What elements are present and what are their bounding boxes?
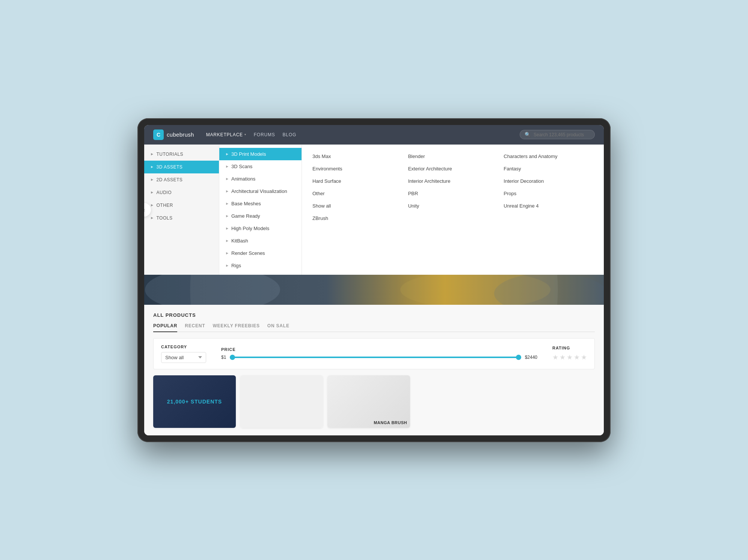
category-filter-group: CATEGORY Show all 3D Assets 2D Assets Au…	[161, 345, 206, 363]
right-item-show-all[interactable]: Show all	[309, 200, 405, 211]
product-card-3-image: MANGA BRUSH	[327, 375, 410, 428]
right-item-unreal[interactable]: Unreal Engine 4	[501, 200, 596, 211]
logo-text: cubebrush	[167, 131, 194, 138]
device-frame: C cubebrush MARKETPLACE ▾ FORUMS BLOG 🔍 …	[137, 118, 611, 442]
marketplace-arrow-icon: ▾	[244, 133, 246, 136]
star-3[interactable]: ★	[567, 353, 573, 361]
product-card-1-image: 21,000+ STUDENTS	[153, 375, 236, 428]
3d-print-dot-icon: ▶	[226, 152, 228, 156]
star-4[interactable]: ★	[574, 353, 580, 361]
tutorials-arrow-icon: ▶	[151, 152, 154, 156]
right-item-interior-arch[interactable]: Interior Architecture	[405, 176, 501, 187]
nav-blog[interactable]: BLOG	[283, 131, 297, 139]
price-min-label: $1	[221, 355, 226, 360]
right-item-3ds-max[interactable]: 3ds Max	[309, 151, 405, 162]
base-meshes-dot-icon: ▶	[226, 202, 228, 205]
right-item-characters[interactable]: Characters and Anatomy	[501, 151, 596, 162]
right-item-blender[interactable]: Blender	[405, 151, 501, 162]
filter-row: CATEGORY Show all 3D Assets 2D Assets Au…	[153, 338, 595, 369]
product-card-2[interactable]	[240, 375, 323, 428]
right-item-other[interactable]: Other	[309, 188, 405, 199]
navbar: C cubebrush MARKETPLACE ▾ FORUMS BLOG 🔍	[144, 125, 604, 145]
tab-weekly-freebies[interactable]: WEEKLY FREEBIES	[213, 323, 259, 331]
menu-middle: ▶ 3D Print Models ▶ 3D Scans ▶ Animation…	[219, 145, 302, 275]
svg-point-2	[400, 275, 550, 305]
sidebar-item-2d-assets[interactable]: ▶ 2D ASSETS	[144, 173, 219, 186]
right-item-fantasy[interactable]: Fantasy	[501, 163, 596, 174]
rating-filter-group: RATING ★ ★ ★ ★ ★	[552, 346, 587, 361]
menu-render-scenes[interactable]: ▶ Render Scenes	[219, 247, 302, 259]
menu-game-ready[interactable]: ▶ Game Ready	[219, 210, 302, 222]
right-item-hard-surface[interactable]: Hard Surface	[309, 176, 405, 187]
category-select[interactable]: Show all 3D Assets 2D Assets Audio Tools	[161, 352, 206, 363]
range-thumb-left[interactable]	[230, 355, 235, 360]
animations-dot-icon: ▶	[226, 177, 228, 181]
svg-point-3	[494, 275, 604, 305]
star-1[interactable]: ★	[552, 353, 558, 361]
range-thumb-right[interactable]	[516, 355, 521, 360]
right-item-pbr[interactable]: PBR	[405, 188, 501, 199]
logo-area[interactable]: C cubebrush	[153, 129, 194, 140]
search-input[interactable]	[534, 132, 590, 137]
svg-rect-0	[144, 275, 604, 305]
star-2[interactable]: ★	[559, 353, 566, 361]
right-item-unity[interactable]: Unity	[405, 200, 501, 211]
menu-high-poly[interactable]: ▶ High Poly Models	[219, 222, 302, 235]
logo-icon: C	[153, 129, 164, 140]
sidebar-item-other[interactable]: ▶ OTHER	[144, 199, 219, 212]
nav-links: MARKETPLACE ▾ FORUMS BLOG	[206, 131, 296, 139]
search-bar[interactable]: 🔍	[520, 130, 595, 139]
tab-popular[interactable]: POPULAR	[153, 323, 177, 332]
students-banner: 21,000+ STUDENTS	[153, 375, 236, 428]
right-item-props[interactable]: Props	[501, 188, 596, 199]
audio-arrow-icon: ▶	[151, 191, 154, 194]
right-item-environments[interactable]: Environments	[309, 163, 405, 174]
plain-card-img	[240, 375, 323, 428]
right-col-1: 3ds Max Environments Hard Surface Other …	[309, 151, 405, 224]
tabs-row: POPULAR RECENT WEEKLY FREEBIES ON SALE	[153, 323, 595, 332]
right-item-zbrush[interactable]: ZBrush	[309, 213, 405, 224]
menu-base-meshes[interactable]: ▶ Base Meshes	[219, 197, 302, 210]
star-5[interactable]: ★	[581, 353, 587, 361]
stars-row[interactable]: ★ ★ ★ ★ ★	[552, 353, 587, 361]
tab-on-sale[interactable]: ON SALE	[267, 323, 290, 331]
right-col-2: Blender Exterior Architecture Interior A…	[405, 151, 501, 224]
sidebar-item-tutorials[interactable]: ▶ TUTORIALS	[144, 148, 219, 161]
sidebar-item-tools[interactable]: ▶ TOOLS	[144, 212, 219, 224]
price-range-track[interactable]	[230, 357, 521, 358]
2d-assets-arrow-icon: ▶	[151, 178, 154, 181]
price-range-row: $1 $2440	[221, 355, 537, 360]
3d-assets-arrow-icon: ▶	[151, 165, 154, 169]
menu-right: 3ds Max Environments Hard Surface Other …	[302, 145, 604, 275]
menu-3d-scans[interactable]: ▶ 3D Scans	[219, 160, 302, 173]
sidebar-item-3d-assets[interactable]: ▶ 3D ASSETS	[144, 161, 219, 173]
search-icon: 🔍	[525, 132, 531, 137]
product-card-1[interactable]: 21,000+ STUDENTS	[153, 375, 236, 428]
menu-animations[interactable]: ▶ Animations	[219, 173, 302, 185]
product-card-3[interactable]: MANGA BRUSH	[327, 375, 410, 428]
rigs-dot-icon: ▶	[226, 264, 228, 267]
menu-kitbash[interactable]: ▶ KitBash	[219, 235, 302, 247]
device-screen: C cubebrush MARKETPLACE ▾ FORUMS BLOG 🔍 …	[144, 125, 604, 435]
kitbash-dot-icon: ▶	[226, 239, 228, 242]
game-ready-dot-icon: ▶	[226, 214, 228, 218]
menu-architectural-viz[interactable]: ▶ Architectural Visualization	[219, 185, 302, 197]
nav-forums[interactable]: FORUMS	[254, 131, 275, 139]
right-item-exterior-arch[interactable]: Exterior Architecture	[405, 163, 501, 174]
3d-scans-dot-icon: ▶	[226, 165, 228, 168]
dropdown-menu: ‹ ▶ TUTORIALS ▶ 3D ASSETS ▶ 2D ASSETS ▶ …	[144, 145, 604, 275]
menu-3d-print-models[interactable]: ▶ 3D Print Models	[219, 148, 302, 160]
product-grid: 21,000+ STUDENTS MANGA BRUSH	[153, 375, 595, 428]
main-content: ALL PRODUCTS POPULAR RECENT WEEKLY FREEB…	[144, 305, 604, 435]
sidebar-item-audio[interactable]: ▶ AUDIO	[144, 186, 219, 199]
menu-sidebar: ▶ TUTORIALS ▶ 3D ASSETS ▶ 2D ASSETS ▶ AU…	[144, 145, 219, 275]
menu-rigs[interactable]: ▶ Rigs	[219, 259, 302, 272]
right-item-interior-deco[interactable]: Interior Decoration	[501, 176, 596, 187]
price-filter-group: PRICE $1 $2440	[221, 347, 537, 360]
tab-recent[interactable]: RECENT	[185, 323, 205, 331]
manga-brush-img: MANGA BRUSH	[327, 375, 410, 428]
price-max-label: $2440	[525, 355, 537, 360]
nav-marketplace[interactable]: MARKETPLACE ▾	[206, 131, 246, 139]
right-col-3: Characters and Anatomy Fantasy Interior …	[501, 151, 596, 224]
render-scenes-dot-icon: ▶	[226, 251, 228, 255]
